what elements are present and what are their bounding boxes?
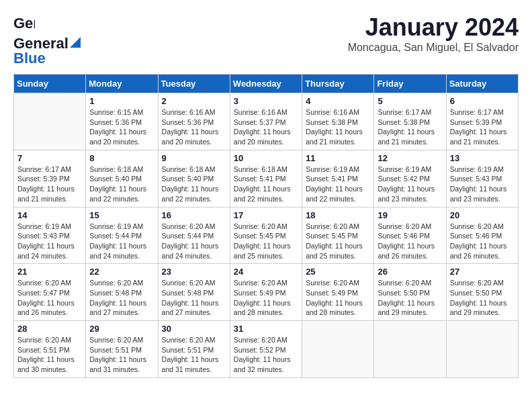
- column-header-thursday: Thursday: [302, 75, 374, 93]
- calendar-cell: 23Sunrise: 6:20 AMSunset: 5:48 PMDayligh…: [158, 264, 230, 321]
- cell-content: Sunrise: 6:18 AMSunset: 5:41 PMDaylight:…: [234, 165, 298, 204]
- day-number: 4: [306, 96, 370, 106]
- calendar-cell: 26Sunrise: 6:20 AMSunset: 5:50 PMDayligh…: [374, 264, 446, 321]
- calendar-cell: 10Sunrise: 6:18 AMSunset: 5:41 PMDayligh…: [230, 150, 302, 207]
- cell-content: Sunrise: 6:16 AMSunset: 5:37 PMDaylight:…: [234, 107, 298, 147]
- calendar-cell: 13Sunrise: 6:19 AMSunset: 5:43 PMDayligh…: [446, 150, 518, 207]
- day-number: 26: [378, 267, 442, 277]
- calendar-cell: 19Sunrise: 6:20 AMSunset: 5:46 PMDayligh…: [374, 207, 446, 264]
- svg-marker-1: [70, 37, 81, 48]
- calendar-week-row: 7Sunrise: 6:17 AMSunset: 5:39 PMDaylight…: [14, 150, 519, 207]
- column-header-saturday: Saturday: [446, 75, 518, 93]
- calendar-table: SundayMondayTuesdayWednesdayThursdayFrid…: [13, 74, 519, 378]
- cell-content: Sunrise: 6:19 AMSunset: 5:44 PMDaylight:…: [89, 222, 154, 261]
- day-number: 27: [450, 267, 515, 277]
- calendar-cell: 2Sunrise: 6:16 AMSunset: 5:36 PMDaylight…: [158, 93, 230, 150]
- cell-content: Sunrise: 6:16 AMSunset: 5:36 PMDaylight:…: [162, 107, 226, 147]
- cell-content: Sunrise: 6:16 AMSunset: 5:38 PMDaylight:…: [306, 107, 370, 147]
- calendar-cell: 27Sunrise: 6:20 AMSunset: 5:50 PMDayligh…: [446, 264, 518, 321]
- column-header-sunday: Sunday: [14, 75, 86, 93]
- cell-content: Sunrise: 6:20 AMSunset: 5:48 PMDaylight:…: [162, 278, 226, 318]
- logo-icon: General: [13, 13, 35, 35]
- calendar-week-row: 21Sunrise: 6:20 AMSunset: 5:47 PMDayligh…: [14, 264, 519, 321]
- cell-content: Sunrise: 6:20 AMSunset: 5:51 PMDaylight:…: [162, 335, 226, 375]
- logo-triangle-icon: [70, 37, 83, 50]
- calendar-cell: 6Sunrise: 6:17 AMSunset: 5:39 PMDaylight…: [446, 93, 518, 150]
- cell-content: Sunrise: 6:20 AMSunset: 5:51 PMDaylight:…: [17, 335, 82, 375]
- calendar-cell: 18Sunrise: 6:20 AMSunset: 5:45 PMDayligh…: [302, 207, 374, 264]
- calendar-cell: 20Sunrise: 6:20 AMSunset: 5:46 PMDayligh…: [446, 207, 518, 264]
- svg-text:General: General: [13, 15, 35, 32]
- cell-content: Sunrise: 6:15 AMSunset: 5:36 PMDaylight:…: [89, 107, 154, 147]
- day-number: 6: [450, 96, 515, 106]
- day-number: 8: [89, 153, 154, 163]
- cell-content: Sunrise: 6:19 AMSunset: 5:41 PMDaylight:…: [306, 165, 370, 204]
- cell-content: Sunrise: 6:19 AMSunset: 5:43 PMDaylight:…: [450, 165, 515, 204]
- day-number: 23: [162, 267, 226, 277]
- location-subtitle: Moncagua, San Miguel, El Salvador: [348, 42, 519, 54]
- cell-content: Sunrise: 6:19 AMSunset: 5:42 PMDaylight:…: [378, 165, 442, 204]
- logo: General General Blue: [13, 13, 85, 67]
- day-number: 13: [450, 153, 515, 163]
- cell-content: Sunrise: 6:20 AMSunset: 5:47 PMDaylight:…: [17, 278, 82, 318]
- day-number: 18: [306, 210, 370, 220]
- column-header-friday: Friday: [374, 75, 446, 93]
- day-number: 17: [234, 210, 298, 220]
- calendar-cell: 16Sunrise: 6:20 AMSunset: 5:44 PMDayligh…: [158, 207, 230, 264]
- cell-content: Sunrise: 6:20 AMSunset: 5:45 PMDaylight:…: [234, 222, 298, 261]
- cell-content: Sunrise: 6:20 AMSunset: 5:46 PMDaylight:…: [450, 222, 515, 261]
- cell-content: Sunrise: 6:18 AMSunset: 5:40 PMDaylight:…: [89, 165, 154, 204]
- calendar-week-row: 28Sunrise: 6:20 AMSunset: 5:51 PMDayligh…: [14, 321, 519, 378]
- calendar-cell: 22Sunrise: 6:20 AMSunset: 5:48 PMDayligh…: [86, 264, 158, 321]
- calendar-cell: 12Sunrise: 6:19 AMSunset: 5:42 PMDayligh…: [374, 150, 446, 207]
- cell-content: Sunrise: 6:17 AMSunset: 5:38 PMDaylight:…: [378, 107, 442, 147]
- cell-content: Sunrise: 6:20 AMSunset: 5:52 PMDaylight:…: [234, 335, 298, 375]
- day-number: 28: [17, 324, 82, 334]
- calendar-cell: 31Sunrise: 6:20 AMSunset: 5:52 PMDayligh…: [230, 321, 302, 378]
- calendar-cell: 25Sunrise: 6:20 AMSunset: 5:49 PMDayligh…: [302, 264, 374, 321]
- calendar-cell: [302, 321, 374, 378]
- calendar-cell: 1Sunrise: 6:15 AMSunset: 5:36 PMDaylight…: [86, 93, 158, 150]
- calendar-week-row: 1Sunrise: 6:15 AMSunset: 5:36 PMDaylight…: [14, 93, 519, 150]
- column-header-monday: Monday: [86, 75, 158, 93]
- day-number: 7: [17, 153, 82, 163]
- calendar-cell: [14, 93, 86, 150]
- calendar-cell: 28Sunrise: 6:20 AMSunset: 5:51 PMDayligh…: [14, 321, 86, 378]
- cell-content: Sunrise: 6:17 AMSunset: 5:39 PMDaylight:…: [450, 107, 515, 147]
- day-number: 16: [162, 210, 226, 220]
- day-number: 3: [234, 96, 298, 106]
- cell-content: Sunrise: 6:20 AMSunset: 5:50 PMDaylight:…: [378, 278, 442, 318]
- header: General General Blue January 2024 Moncag…: [13, 13, 519, 67]
- day-number: 1: [89, 96, 154, 106]
- calendar-week-row: 14Sunrise: 6:19 AMSunset: 5:43 PMDayligh…: [14, 207, 519, 264]
- calendar-cell: 30Sunrise: 6:20 AMSunset: 5:51 PMDayligh…: [158, 321, 230, 378]
- month-title: January 2024: [348, 13, 519, 42]
- day-number: 24: [234, 267, 298, 277]
- cell-content: Sunrise: 6:20 AMSunset: 5:50 PMDaylight:…: [450, 278, 515, 318]
- day-number: 30: [162, 324, 226, 334]
- logo-blue: Blue: [13, 50, 46, 67]
- calendar-cell: 11Sunrise: 6:19 AMSunset: 5:41 PMDayligh…: [302, 150, 374, 207]
- day-number: 29: [89, 324, 154, 334]
- column-header-tuesday: Tuesday: [158, 75, 230, 93]
- title-area: January 2024 Moncagua, San Miguel, El Sa…: [348, 13, 519, 54]
- cell-content: Sunrise: 6:20 AMSunset: 5:45 PMDaylight:…: [306, 222, 370, 261]
- cell-content: Sunrise: 6:19 AMSunset: 5:43 PMDaylight:…: [17, 222, 82, 261]
- cell-content: Sunrise: 6:17 AMSunset: 5:39 PMDaylight:…: [17, 165, 82, 204]
- day-number: 10: [234, 153, 298, 163]
- cell-content: Sunrise: 6:20 AMSunset: 5:46 PMDaylight:…: [378, 222, 442, 261]
- calendar-cell: 15Sunrise: 6:19 AMSunset: 5:44 PMDayligh…: [86, 207, 158, 264]
- calendar-cell: [374, 321, 446, 378]
- calendar-cell: 17Sunrise: 6:20 AMSunset: 5:45 PMDayligh…: [230, 207, 302, 264]
- day-number: 20: [450, 210, 515, 220]
- cell-content: Sunrise: 6:20 AMSunset: 5:44 PMDaylight:…: [162, 222, 226, 261]
- calendar-cell: 4Sunrise: 6:16 AMSunset: 5:38 PMDaylight…: [302, 93, 374, 150]
- calendar-cell: 3Sunrise: 6:16 AMSunset: 5:37 PMDaylight…: [230, 93, 302, 150]
- day-number: 2: [162, 96, 226, 106]
- calendar-cell: 14Sunrise: 6:19 AMSunset: 5:43 PMDayligh…: [14, 207, 86, 264]
- calendar-cell: 8Sunrise: 6:18 AMSunset: 5:40 PMDaylight…: [86, 150, 158, 207]
- calendar-header-row: SundayMondayTuesdayWednesdayThursdayFrid…: [14, 75, 519, 93]
- column-header-wednesday: Wednesday: [230, 75, 302, 93]
- cell-content: Sunrise: 6:20 AMSunset: 5:49 PMDaylight:…: [234, 278, 298, 318]
- calendar-cell: [446, 321, 518, 378]
